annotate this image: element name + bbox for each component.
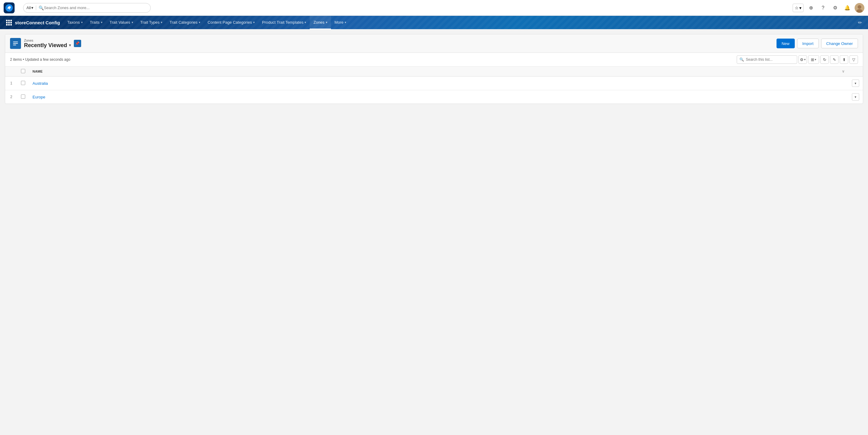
nav-item-product-trait-templates[interactable]: Product Trait Templates ▾ bbox=[258, 16, 310, 29]
col-checkbox-header[interactable] bbox=[17, 67, 29, 76]
svg-rect-6 bbox=[13, 43, 18, 44]
filter-up-button[interactable]: ⬆ bbox=[840, 55, 848, 64]
row-checkbox-2[interactable] bbox=[21, 95, 25, 99]
col-number bbox=[5, 67, 17, 76]
help-icon: ? bbox=[822, 5, 825, 11]
refresh-icon: ↻ bbox=[823, 58, 826, 62]
row-action-button-1[interactable]: ▾ bbox=[852, 79, 859, 87]
row-action-cell[interactable]: ▾ bbox=[848, 90, 863, 104]
list-search[interactable]: 🔍 bbox=[737, 55, 797, 64]
import-button[interactable]: Import bbox=[797, 39, 819, 48]
nav-item-taxons[interactable]: Taxons ▾ bbox=[64, 16, 86, 29]
nav-item-traits[interactable]: Traits ▾ bbox=[86, 16, 106, 29]
display-action-button[interactable]: ⊞ ▾ bbox=[808, 55, 819, 64]
settings-action-button[interactable]: ⚙ ▾ bbox=[798, 55, 807, 64]
nav-chevron-zones: ▾ bbox=[326, 21, 327, 24]
list-search-input[interactable] bbox=[746, 58, 795, 62]
row-link-australia[interactable]: Australia bbox=[33, 81, 48, 86]
new-button[interactable]: New bbox=[777, 39, 795, 48]
app-logo[interactable] bbox=[4, 2, 14, 13]
nav-chevron-trait-values: ▾ bbox=[132, 21, 133, 24]
row-number: 2 bbox=[5, 90, 17, 104]
section-label: Zones bbox=[24, 39, 71, 42]
row-link-europe[interactable]: Europe bbox=[33, 95, 45, 99]
list-view-selector[interactable]: Recently Viewed ▾ bbox=[24, 42, 71, 48]
row-action-chevron-icon: ▾ bbox=[855, 95, 857, 99]
nav-item-trait-categories[interactable]: Trait Categories ▾ bbox=[166, 16, 204, 29]
star-icon: ☆ bbox=[795, 5, 799, 10]
search-icon: 🔍 bbox=[39, 5, 44, 10]
settings-icon: ⚙ bbox=[800, 58, 804, 62]
pin-icon: 📌 bbox=[75, 41, 80, 45]
help-button[interactable]: ? bbox=[818, 3, 828, 13]
list-header-left: Zones Recently Viewed ▾ 📌 bbox=[10, 38, 81, 49]
global-search[interactable]: All ▾ 🔍 bbox=[23, 3, 151, 13]
nav-chevron-traits: ▾ bbox=[101, 21, 102, 24]
row-checkbox-1[interactable] bbox=[21, 81, 25, 85]
nav-item-trait-types[interactable]: Trait Types ▾ bbox=[137, 16, 166, 29]
notifications-button[interactable]: 🔔 bbox=[842, 3, 852, 13]
row-action-cell[interactable]: ▾ bbox=[848, 76, 863, 90]
select-all-checkbox[interactable] bbox=[21, 69, 25, 73]
edit-columns-button[interactable]: ✎ bbox=[830, 55, 839, 64]
navbar-edit[interactable]: ✏ bbox=[854, 16, 866, 29]
row-action-chevron-icon: ▾ bbox=[855, 81, 857, 86]
search-scope-selector[interactable]: All ▾ bbox=[26, 5, 36, 10]
pencil-icon: ✏ bbox=[858, 20, 862, 26]
list-toolbar: 2 items • Updated a few seconds ago 🔍 ⚙ … bbox=[5, 53, 863, 67]
avatar[interactable] bbox=[855, 3, 864, 13]
navbar: storeConnect Config Taxons ▾ Traits ▾ Tr… bbox=[0, 16, 868, 29]
list-panel: Zones Recently Viewed ▾ 📌 New Import Cha… bbox=[5, 34, 863, 104]
change-owner-button[interactable]: Change Owner bbox=[821, 39, 858, 48]
list-search-icon: 🔍 bbox=[739, 58, 744, 62]
add-button[interactable]: ⊕ bbox=[806, 3, 816, 13]
row-checkbox-cell[interactable] bbox=[17, 90, 29, 104]
svg-rect-5 bbox=[13, 42, 18, 42]
updated-text: Updated a few seconds ago bbox=[25, 58, 70, 62]
svg-point-3 bbox=[858, 5, 861, 9]
table-row: 2 Europe ▾ bbox=[5, 90, 863, 104]
settings-dropdown-icon: ▾ bbox=[804, 58, 806, 61]
row-checkbox-cell[interactable] bbox=[17, 76, 29, 90]
nav-item-trait-values[interactable]: Trait Values ▾ bbox=[106, 16, 137, 29]
filter-icon: ▽ bbox=[852, 58, 855, 62]
name-col-label: Name bbox=[33, 70, 42, 73]
nav-label-taxons: Taxons bbox=[67, 20, 80, 25]
topbar-right-actions: ☆ ▾ ⊕ ? ⚙ 🔔 bbox=[793, 3, 864, 13]
nav-item-more[interactable]: More ▾ bbox=[331, 16, 350, 29]
table-icon: ⊞ bbox=[811, 58, 814, 62]
name-sort-header: Name ∨ bbox=[33, 69, 845, 73]
table-header-row: Name ∨ bbox=[5, 67, 863, 76]
refresh-button[interactable]: ↻ bbox=[820, 55, 829, 64]
navbar-brand: storeConnect Config bbox=[2, 16, 64, 29]
separator: • bbox=[23, 58, 25, 62]
edit-icon: ✎ bbox=[833, 58, 836, 62]
nav-chevron-trait-categories: ▾ bbox=[199, 21, 200, 24]
nav-item-zones[interactable]: Zones ▾ bbox=[310, 16, 331, 29]
col-name-header[interactable]: Name ∨ bbox=[29, 67, 848, 76]
list-header-right: New Import Change Owner bbox=[777, 39, 858, 48]
search-input[interactable] bbox=[44, 5, 147, 10]
favorites-chevron-icon: ▾ bbox=[799, 5, 801, 10]
nav-chevron-content-page-categories: ▾ bbox=[253, 21, 255, 24]
list-section-icon bbox=[10, 38, 21, 49]
svg-rect-7 bbox=[13, 45, 16, 45]
pin-button[interactable]: 📌 bbox=[74, 40, 81, 47]
table-row: 1 Australia ▾ bbox=[5, 76, 863, 90]
nav-item-content-page-categories[interactable]: Content Page Categories ▾ bbox=[204, 16, 258, 29]
filter-button[interactable]: ▽ bbox=[849, 55, 858, 64]
search-scope-label: All bbox=[26, 5, 31, 10]
nav-label-trait-categories: Trait Categories bbox=[169, 20, 197, 25]
setup-button[interactable]: ⚙ bbox=[830, 3, 840, 13]
items-count: 2 items bbox=[10, 58, 22, 62]
list-info: 2 items • Updated a few seconds ago bbox=[10, 58, 70, 62]
row-action-button-2[interactable]: ▾ bbox=[852, 93, 859, 101]
filter-up-icon: ⬆ bbox=[842, 58, 846, 62]
nav-chevron-trait-types: ▾ bbox=[161, 21, 162, 24]
bell-icon: 🔔 bbox=[844, 5, 850, 11]
col-actions-header bbox=[848, 67, 863, 76]
topbar: All ▾ 🔍 ☆ ▾ ⊕ ? ⚙ 🔔 bbox=[0, 0, 868, 16]
nav-label-traits: Traits bbox=[90, 20, 100, 25]
view-name-label: Recently Viewed bbox=[24, 42, 67, 48]
favorites-button[interactable]: ☆ ▾ bbox=[793, 4, 804, 12]
